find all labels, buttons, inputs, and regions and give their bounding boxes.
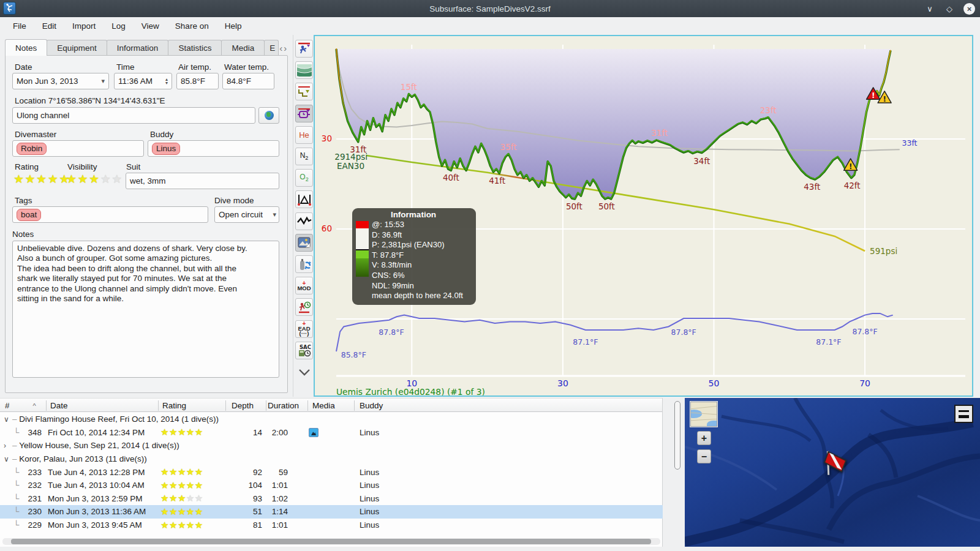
map-zoom-in-button[interactable]: + [697, 431, 711, 445]
svg-text:40ft: 40ft [443, 173, 459, 182]
dc-ceiling-icon[interactable] [295, 40, 313, 58]
scroll-down-icon[interactable] [295, 363, 313, 381]
dive-date: Tue Jun 4, 2013 12:28 PM [48, 468, 145, 477]
suit-input[interactable]: wet, 3mm [126, 173, 279, 189]
spinner-icons[interactable]: ▴▾ [165, 78, 168, 85]
photos-icon[interactable] [295, 234, 313, 252]
dive-number: 232 [28, 481, 42, 490]
column-separator[interactable] [354, 400, 355, 411]
dive-number: 233 [28, 468, 42, 477]
dive-mode-select[interactable]: Open circuit▾ [214, 206, 279, 223]
map-overview-inset[interactable] [690, 402, 717, 427]
column-separator[interactable] [158, 400, 159, 411]
divemaster-tag[interactable]: Robin [17, 143, 47, 155]
ead-icon[interactable]: +EAD(···) [295, 320, 313, 338]
tab-notes[interactable]: Notes [5, 39, 47, 56]
sac-icon[interactable]: SAC [295, 342, 313, 359]
maximize-icon[interactable]: ◇ [944, 3, 955, 14]
globe-button[interactable] [258, 107, 279, 124]
column-separator[interactable] [307, 400, 308, 411]
trip-label: Koror, Palau, Jun 2013 (11 dive(s)) [19, 454, 146, 463]
column-header-buddy[interactable]: Buddy [356, 399, 386, 413]
column-header-date[interactable]: Date [47, 399, 72, 413]
tab-scroll-left-icon[interactable]: ‹ [279, 43, 282, 53]
trip-row[interactable]: ∨– Divi Flamingo House Reef, Fri Oct 10,… [0, 413, 663, 426]
column-separator[interactable] [266, 400, 266, 411]
dive-row[interactable]: └ 230Mon Jun 3, 2013 11:36 AM★★★★★511:14… [0, 505, 663, 519]
horizontal-scrollbar[interactable] [2, 538, 660, 545]
dive-row[interactable]: └ 231Mon Jun 3, 2013 2:59 PM★★★★★931:02L… [0, 492, 663, 506]
air-temp-field[interactable]: 85.8°F [176, 73, 219, 89]
water-temp-field[interactable]: 84.8°F [222, 73, 274, 89]
rating-stars[interactable]: ★★★★★ [13, 172, 70, 186]
map-zoom-out-button[interactable]: − [697, 449, 711, 463]
dive-row[interactable]: └ 348Fri Oct 10, 2014 12:34 PM★★★★★142:0… [0, 426, 663, 440]
column-header-depth[interactable]: Depth [228, 399, 257, 413]
mod-icon[interactable]: +MOD [295, 277, 313, 294]
tags-input[interactable]: boat [12, 206, 208, 223]
vertical-scrollbar[interactable] [674, 401, 681, 543]
buddy-tag[interactable]: Linus [152, 143, 180, 155]
menu-help[interactable]: Help [217, 17, 250, 35]
heart-rate-icon[interactable] [295, 212, 313, 230]
column-header-num[interactable]: # ^ [1, 399, 40, 413]
svg-text:Uemis Zurich (e04d0248) (#1 of: Uemis Zurich (e04d0248) (#1 of 3) [336, 387, 485, 395]
tab-information[interactable]: Information [107, 40, 169, 56]
close-icon[interactable]: × [963, 3, 975, 15]
pO2-icon[interactable]: O2 [295, 169, 313, 187]
calculated-ceiling-icon[interactable] [295, 83, 313, 100]
time-spinbox[interactable]: 11:36 AM▴▾ [114, 73, 172, 89]
column-separator[interactable] [225, 400, 226, 411]
water-gradient-icon[interactable] [295, 61, 313, 79]
map-menu-button[interactable] [954, 405, 973, 423]
column-header-media[interactable]: Media [309, 399, 339, 413]
menu-share-on[interactable]: Share on [167, 17, 217, 35]
dive-flag-marker[interactable] [818, 448, 850, 479]
dive-list-header[interactable]: # ^DateRatingDepthDurationMediaBuddy [0, 398, 662, 412]
date-dropdown[interactable]: Mon Jun 3, 2013▾ [12, 73, 109, 89]
tab-e[interactable]: E [264, 40, 279, 56]
visibility-stars[interactable]: ★★★★★ [66, 172, 123, 186]
menu-view[interactable]: View [134, 17, 167, 35]
menu-file[interactable]: File [5, 17, 34, 35]
notes-textarea[interactable] [12, 241, 279, 378]
tag-boat[interactable]: boat [17, 209, 41, 221]
tab-equipment[interactable]: Equipment [47, 40, 107, 56]
dive-map[interactable]: + − [685, 398, 980, 547]
dive-rating-stars: ★★★★★ [160, 467, 203, 478]
dive-row[interactable]: └ 232Tue Jun 4, 2013 10:04 AM★★★★★1041:0… [0, 479, 663, 492]
tank-icon[interactable] [295, 255, 313, 273]
menu-edit[interactable]: Edit [34, 17, 64, 35]
chevron-down-icon[interactable]: ∨ [4, 455, 12, 463]
dive-row[interactable]: └ 229Mon Jun 3, 2013 9:45 AM★★★★★811:01L… [0, 519, 663, 532]
svg-text:41ft: 41ft [489, 176, 505, 186]
tab-media[interactable]: Media [221, 40, 265, 56]
ruler-icon[interactable] [295, 190, 313, 208]
dc-reported-ceiling-icon[interactable] [295, 105, 313, 122]
chevron-down-icon[interactable]: ∨ [4, 415, 12, 424]
column-separator[interactable] [46, 400, 47, 411]
menu-log[interactable]: Log [104, 17, 134, 35]
dive-profile-chart[interactable]: 306010305070Uemis Zurich (e04d0248) (#1 … [314, 35, 973, 397]
minimize-icon[interactable]: ∨ [924, 3, 935, 14]
tab-statistics[interactable]: Statistics [168, 40, 222, 56]
dive-row[interactable]: └ 233Tue Jun 4, 2013 12:28 PM★★★★★9259Li… [0, 465, 663, 479]
divemaster-input[interactable]: Robin [12, 140, 144, 157]
trip-row[interactable]: ∨– Koror, Palau, Jun 2013 (11 dive(s)) [0, 452, 663, 466]
deco-time-icon[interactable] [295, 298, 313, 316]
media-photo-icon[interactable] [309, 428, 318, 437]
trip-row[interactable]: ›– Yellow House, Sun Sep 21, 2014 (1 div… [0, 439, 663, 452]
location-input[interactable]: Ulong channel [12, 107, 255, 124]
vscroll-thumb[interactable] [674, 401, 680, 470]
star-icon: ★ [36, 173, 48, 186]
chevron-right-icon[interactable]: › [4, 441, 12, 450]
pHe-icon[interactable]: He [295, 126, 313, 144]
buddy-input[interactable]: Linus [148, 140, 279, 157]
column-header-duration[interactable]: Duration [264, 399, 303, 413]
column-header-rating[interactable]: Rating [159, 399, 190, 413]
tab-scroll-right-icon[interactable]: › [284, 43, 287, 53]
hscroll-thumb[interactable] [11, 539, 651, 544]
svg-text:!: ! [849, 162, 852, 171]
pN2-icon[interactable]: N2 [295, 148, 313, 165]
menu-import[interactable]: Import [64, 17, 104, 35]
